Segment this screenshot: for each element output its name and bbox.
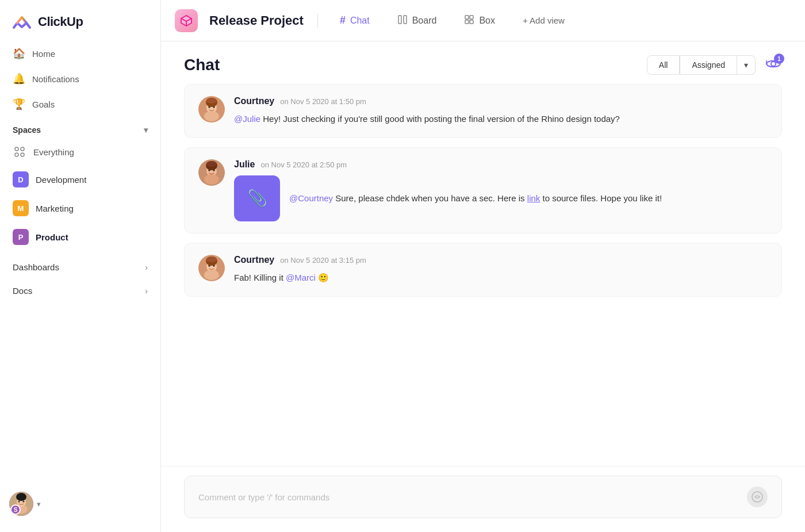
tab-box[interactable]: Box (456, 10, 503, 32)
message-2-body: Julie on Nov 5 2020 at 2:50 pm 📎 @Courtn… (234, 159, 768, 221)
sidebar-nav: 🏠 Home 🔔 Notifications 🏆 Goals (0, 41, 160, 116)
comment-box[interactable]: Comment or type '/' for commands (184, 476, 782, 518)
project-icon (175, 9, 198, 32)
sidebar-item-docs[interactable]: Docs › (5, 279, 156, 303)
topbar: Release Project # Chat Board (161, 0, 805, 41)
sidebar-item-goals-label: Goals (32, 99, 55, 109)
sidebar-item-dashboards[interactable]: Dashboards › (5, 255, 156, 279)
home-icon: 🏠 (13, 47, 25, 60)
tab-chat[interactable]: # Chat (332, 10, 378, 31)
message-3-time: on Nov 5 2020 at 3:15 pm (280, 256, 366, 265)
sidebar-item-notifications[interactable]: 🔔 Notifications (5, 67, 156, 91)
development-avatar: D (13, 171, 29, 187)
hash-icon: # (340, 14, 346, 26)
svg-rect-14 (470, 16, 473, 19)
topbar-divider (317, 14, 318, 28)
sidebar-item-notifications-label: Notifications (32, 74, 79, 84)
svg-point-39 (752, 492, 762, 502)
message-1-header: Courtney on Nov 5 2020 at 1:50 pm (234, 96, 768, 106)
filter-assigned-button[interactable]: Assigned (680, 55, 737, 75)
comment-placeholder: Comment or type '/' for commands (198, 492, 329, 502)
watch-button[interactable]: 1 (765, 56, 782, 74)
svg-point-3 (21, 153, 24, 156)
message-3-author: Courtney (234, 255, 274, 265)
marketing-initial: M (18, 204, 24, 213)
sidebar-item-home[interactable]: 🏠 Home (5, 41, 156, 66)
chat-area: Chat All Assigned ▾ 1 (161, 41, 805, 532)
tab-board-label: Board (412, 16, 437, 26)
sidebar-item-marketing[interactable]: M Marketing (5, 194, 156, 222)
filter-all-button[interactable]: All (647, 55, 680, 75)
message-2-text: 📎 @Courtney Sure, please chdek when you … (234, 175, 768, 221)
svg-point-1 (21, 147, 24, 151)
everything-label: Everything (33, 147, 74, 157)
add-view-button[interactable]: + Add view (515, 11, 573, 30)
svg-rect-15 (465, 20, 469, 24)
svg-point-0 (15, 147, 18, 151)
message-1-author: Courtney (234, 96, 274, 106)
svg-point-31 (206, 161, 217, 167)
message-1: Courtney on Nov 5 2020 at 1:50 pm @Julie… (184, 84, 782, 138)
sidebar-bottom-sections: Dashboards › Docs › (0, 255, 160, 303)
spaces-list: Everything D Development M Marketing P P… (0, 139, 160, 251)
courtney-avatar-2 (198, 255, 225, 281)
spaces-chevron-icon: ▾ (144, 125, 148, 135)
product-initial: P (18, 233, 24, 242)
source-link[interactable]: link (527, 193, 540, 203)
message-2: Julie on Nov 5 2020 at 2:50 pm 📎 @Courtn… (184, 147, 782, 234)
svg-point-9 (23, 501, 25, 503)
sidebar-item-development[interactable]: D Development (5, 166, 156, 193)
spaces-label: Spaces (13, 125, 41, 135)
message-2-content: @Courtney Sure, please chdek when you ha… (289, 192, 662, 205)
development-label: Development (36, 175, 86, 185)
svg-rect-13 (465, 16, 469, 19)
user-avatar-area[interactable]: S ▾ (9, 492, 41, 516)
mention-julie: @Julie (234, 114, 260, 124)
mention-marci: @Marci (286, 273, 316, 282)
docs-chevron-icon: › (145, 286, 148, 296)
clickup-logo-icon (12, 12, 32, 32)
logo-area: ClickUp (0, 0, 160, 41)
sidebar-item-goals[interactable]: 🏆 Goals (5, 92, 156, 116)
dashboards-chevron-icon: › (145, 262, 148, 272)
tab-box-label: Box (479, 16, 495, 26)
message-2-time: on Nov 5 2020 at 2:50 pm (260, 160, 347, 169)
paperclip-icon: 📎 (247, 186, 267, 212)
filter-chevron-button[interactable]: ▾ (737, 55, 756, 75)
svg-point-34 (204, 270, 219, 280)
docs-label: Docs (13, 286, 32, 296)
message-3: Courtney on Nov 5 2020 at 3:15 pm Fab! K… (184, 243, 782, 297)
marketing-avatar: M (13, 200, 29, 216)
chat-title: Chat (184, 56, 220, 74)
sidebar-item-product[interactable]: P Product (5, 223, 156, 251)
box-icon (464, 14, 474, 27)
board-icon (397, 14, 408, 27)
svg-point-20 (204, 111, 219, 121)
message-1-text: @Julie Hey! Just checking if you're stil… (234, 112, 768, 126)
svg-point-24 (206, 98, 217, 104)
julie-avatar (198, 159, 225, 186)
mention-courtney: @Courtney (289, 193, 333, 203)
user-initial-badge: S (10, 504, 21, 515)
sidebar-item-everything[interactable]: Everything (5, 139, 156, 164)
svg-rect-16 (470, 20, 473, 24)
tab-board[interactable]: Board (389, 10, 445, 32)
svg-point-8 (18, 501, 20, 503)
sidebar-footer: S ▾ (0, 485, 160, 523)
add-view-label: + Add view (523, 16, 565, 25)
message-2-author: Julie (234, 159, 255, 170)
tab-chat-label: Chat (350, 16, 370, 26)
user-chevron: ▾ (37, 500, 41, 508)
comment-send-icon[interactable] (747, 487, 768, 507)
spaces-header[interactable]: Spaces ▾ (0, 116, 160, 139)
comment-area: Comment or type '/' for commands (161, 466, 805, 532)
svg-point-10 (16, 493, 26, 501)
svg-rect-11 (398, 16, 401, 24)
svg-rect-12 (404, 16, 407, 24)
bell-icon: 🔔 (13, 72, 25, 85)
message-1-content: Hey! Just checking if you're still good … (263, 114, 620, 124)
project-title: Release Project (209, 13, 304, 28)
sidebar-item-home-label: Home (32, 49, 55, 59)
product-avatar: P (13, 229, 29, 245)
trophy-icon: 🏆 (13, 98, 25, 110)
